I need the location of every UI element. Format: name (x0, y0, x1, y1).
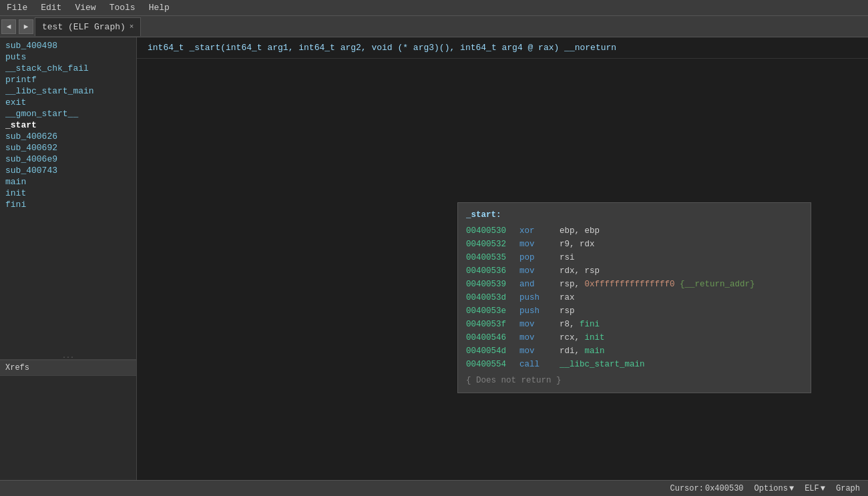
asm-footer: { Does not return } (466, 374, 803, 387)
asm-operands: rdi, main (560, 344, 605, 358)
sidebar-item-init[interactable]: init (0, 188, 136, 199)
asm-row: 00400532movr9, rdx (466, 238, 803, 251)
cursor-label: Cursor: (670, 484, 704, 493)
asm-address: 00400546 (466, 331, 519, 344)
asm-row: 0040053epushrsp (466, 304, 803, 318)
asm-operands: rsp, 0xfffffffffffffff0 {__return_addr} (560, 278, 755, 291)
asm-block-title: _start: (466, 208, 803, 222)
sidebar: sub_400498puts__stack_chk_failprintf__li… (0, 37, 137, 480)
function-list: sub_400498puts__stack_chk_failprintf__li… (0, 37, 136, 356)
asm-mnemonic: xor (519, 224, 560, 238)
asm-address: 0040053d (466, 291, 519, 304)
sidebar-item-main[interactable]: main (0, 176, 136, 188)
asm-mnemonic: push (519, 304, 560, 318)
asm-row: 00400536movrdx, rsp (466, 264, 803, 278)
asm-mnemonic: mov (519, 331, 560, 344)
options-arrow-icon: ▼ (789, 484, 794, 493)
asm-mnemonic: pop (519, 251, 560, 264)
tab-elf-graph[interactable]: test (ELF Graph) × (35, 17, 141, 36)
asm-address: 00400539 (466, 278, 519, 291)
asm-address: 00400535 (466, 251, 519, 264)
asm-operands: rdx, rsp (560, 264, 600, 278)
xrefs-panel: Xrefs (0, 360, 136, 480)
asm-operands: r8, fini (560, 318, 600, 331)
asm-mnemonic: call (519, 358, 560, 371)
menu-help[interactable]: Help (142, 1, 176, 14)
sidebar-item-fini[interactable]: fini (0, 199, 136, 210)
sidebar-item-__stack_chk_fail[interactable]: __stack_chk_fail (0, 63, 136, 74)
asm-address: 0040053f (466, 318, 519, 331)
sidebar-item-__gmon_start__[interactable]: __gmon_start__ (0, 108, 136, 119)
xrefs-tab[interactable]: Xrefs (0, 360, 136, 376)
nav-back-button[interactable]: ◀ (1, 19, 16, 34)
asm-mnemonic: mov (519, 264, 560, 278)
sidebar-item-sub_400692[interactable]: sub_400692 (0, 142, 136, 154)
menubar: File Edit View Tools Help (0, 0, 868, 16)
asm-address: 00400530 (466, 224, 519, 238)
asm-row: 0040054dmovrdi, main (466, 344, 803, 358)
nav-forward-button[interactable]: ▶ (19, 19, 33, 34)
content-area: int64_t _start(int64_t arg1, int64_t arg… (137, 37, 868, 480)
menu-file[interactable]: File (0, 1, 34, 14)
asm-mnemonic: mov (519, 238, 560, 251)
sidebar-item-puts[interactable]: puts (0, 51, 136, 63)
main-area: sub_400498puts__stack_chk_failprintf__li… (0, 37, 868, 480)
elf-dropdown[interactable]: ELF ▼ (805, 484, 825, 493)
asm-block: _start:00400530xorebp, ebp00400532movr9,… (457, 202, 811, 393)
asm-operands: ebp, ebp (560, 224, 600, 238)
asm-mnemonic: mov (519, 344, 560, 358)
graph-dropdown[interactable]: Graph (836, 484, 860, 493)
menu-view[interactable]: View (68, 1, 102, 14)
asm-row: 00400546movrcx, init (466, 331, 803, 344)
asm-mnemonic: mov (519, 318, 560, 331)
function-signature: int64_t _start(int64_t arg1, int64_t arg… (137, 37, 868, 59)
tabbar: ◀ ▶ test (ELF Graph) × (0, 16, 868, 37)
menu-edit[interactable]: Edit (34, 1, 68, 14)
sidebar-item-__libc_start_main[interactable]: __libc_start_main (0, 85, 136, 97)
cursor-value: 0x400530 (705, 484, 744, 493)
asm-address: 00400532 (466, 238, 519, 251)
asm-address: 0040054d (466, 344, 519, 358)
tab-close-button[interactable]: × (130, 23, 134, 31)
cursor-status: Cursor: 0x400530 (670, 484, 744, 493)
sidebar-item-printf[interactable]: printf (0, 74, 136, 85)
sidebar-item-sub_400498[interactable]: sub_400498 (0, 40, 136, 51)
tab-label: test (ELF Graph) (42, 22, 126, 32)
asm-address: 00400536 (466, 264, 519, 278)
asm-mnemonic: push (519, 291, 560, 304)
asm-operands: rcx, init (560, 331, 605, 344)
graph-label: Graph (836, 484, 860, 493)
statusbar: Cursor: 0x400530 Options ▼ ELF ▼ Graph (0, 480, 868, 496)
sidebar-item-exit[interactable]: exit (0, 97, 136, 108)
asm-row: 00400535poprsi (466, 251, 803, 264)
asm-row: 0040053fmovr8, fini (466, 318, 803, 331)
options-label: Options (754, 484, 788, 493)
asm-row: 00400539andrsp, 0xfffffffffffffff0 {__re… (466, 278, 803, 291)
sidebar-item-sub_4006e9[interactable]: sub_4006e9 (0, 154, 136, 165)
graph-view[interactable]: _start:00400530xorebp, ebp00400532movr9,… (137, 59, 868, 480)
sidebar-item-sub_400626[interactable]: sub_400626 (0, 131, 136, 142)
asm-row: 0040053dpushrax (466, 291, 803, 304)
asm-row: 00400530xorebp, ebp (466, 224, 803, 238)
asm-operands: r9, rdx (560, 238, 595, 251)
asm-address: 00400554 (466, 358, 519, 371)
asm-address: 0040053e (466, 304, 519, 318)
menu-tools[interactable]: Tools (103, 1, 142, 14)
asm-operands: rsp (560, 304, 575, 318)
asm-operands: rsi (560, 251, 575, 264)
asm-row: 00400554call__libc_start_main (466, 358, 803, 371)
elf-arrow-icon: ▼ (821, 484, 825, 493)
sidebar-item-_start[interactable]: _start (0, 119, 136, 131)
asm-mnemonic: and (519, 278, 560, 291)
options-dropdown[interactable]: Options ▼ (754, 484, 795, 493)
sidebar-item-sub_400743[interactable]: sub_400743 (0, 165, 136, 176)
asm-operands: rax (560, 291, 575, 304)
asm-operands: __libc_start_main (560, 358, 645, 371)
elf-label: ELF (805, 484, 819, 493)
